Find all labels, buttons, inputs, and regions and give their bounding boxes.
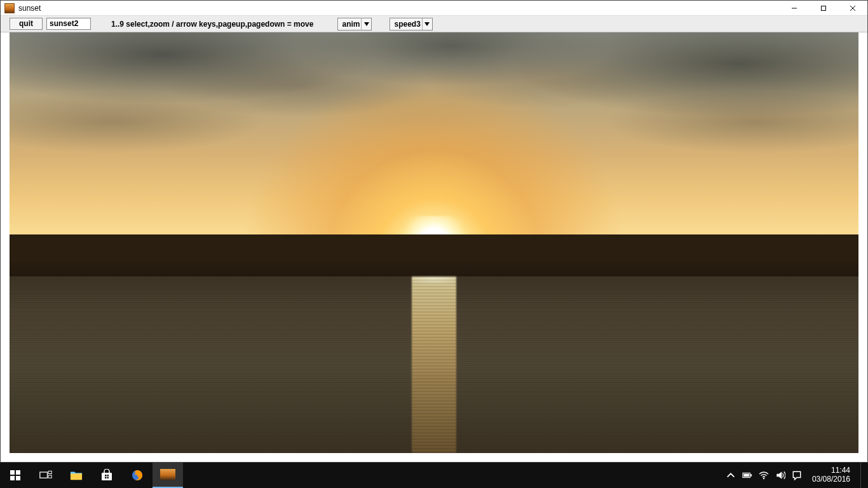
svg-rect-13 xyxy=(71,473,82,480)
clock-time: 11:44 xyxy=(812,466,850,475)
svg-marker-4 xyxy=(364,22,369,26)
wifi-icon xyxy=(759,470,769,480)
volume-icon xyxy=(775,470,785,480)
svg-rect-22 xyxy=(743,474,749,477)
chevron-down-icon xyxy=(422,18,432,30)
store-icon xyxy=(100,469,113,482)
scene-sun-reflection xyxy=(412,276,456,453)
task-view-icon xyxy=(39,469,52,482)
quit-button[interactable]: quit xyxy=(10,18,43,30)
svg-rect-1 xyxy=(822,6,826,11)
file-explorer-button[interactable] xyxy=(61,463,92,488)
svg-rect-8 xyxy=(10,476,15,480)
svg-rect-15 xyxy=(105,475,107,477)
svg-rect-10 xyxy=(40,472,48,478)
window-controls xyxy=(780,1,867,15)
anim-select-value: anim xyxy=(342,20,361,29)
start-button[interactable] xyxy=(0,463,31,488)
svg-rect-12 xyxy=(48,475,51,478)
sunset-app-icon xyxy=(160,469,175,480)
system-tray[interactable] xyxy=(726,470,802,480)
svg-rect-11 xyxy=(48,471,51,473)
firefox-icon xyxy=(131,469,144,482)
svg-rect-7 xyxy=(16,470,20,475)
image-name-input[interactable] xyxy=(46,18,91,30)
action-center-icon xyxy=(792,470,802,480)
folder-icon xyxy=(70,469,83,482)
svg-rect-21 xyxy=(750,474,752,477)
titlebar: sunset xyxy=(1,1,867,16)
close-icon xyxy=(850,5,856,11)
svg-rect-16 xyxy=(107,475,109,477)
speed-select-value: speed3 xyxy=(394,20,421,29)
tray-overflow-icon xyxy=(726,470,736,480)
close-button[interactable] xyxy=(838,1,867,16)
svg-rect-9 xyxy=(16,476,20,480)
app-window: sunset quit 1..9 select,zoom / arrow key… xyxy=(0,0,868,463)
chevron-down-icon xyxy=(361,18,371,30)
store-button[interactable] xyxy=(92,463,122,488)
clock-date: 03/08/2016 xyxy=(812,475,850,484)
maximize-icon xyxy=(820,5,827,11)
svg-marker-5 xyxy=(424,22,430,26)
taskbar-clock[interactable]: 11:44 03/08/2016 xyxy=(808,466,854,484)
svg-rect-6 xyxy=(10,470,15,475)
minimize-icon xyxy=(791,5,797,11)
windows-icon xyxy=(9,469,22,482)
svg-rect-14 xyxy=(102,473,112,480)
help-text: 1..9 select,zoom / arrow keys,pageup,pag… xyxy=(111,20,313,29)
show-desktop-button[interactable] xyxy=(860,463,864,488)
battery-icon xyxy=(742,470,752,480)
taskbar: 11:44 03/08/2016 xyxy=(0,463,868,488)
svg-rect-17 xyxy=(105,477,107,479)
toolbar: quit 1..9 select,zoom / arrow keys,pageu… xyxy=(1,16,867,32)
minimize-button[interactable] xyxy=(780,1,809,16)
image-viewer[interactable] xyxy=(10,32,858,453)
speed-select[interactable]: speed3 xyxy=(390,18,432,30)
app-icon xyxy=(4,3,15,13)
svg-point-23 xyxy=(763,478,764,479)
anim-select[interactable]: anim xyxy=(337,18,372,30)
window-title: sunset xyxy=(18,4,41,13)
maximize-button[interactable] xyxy=(809,1,838,16)
task-view-button[interactable] xyxy=(31,463,61,488)
current-app-taskbar-button[interactable] xyxy=(153,463,183,488)
svg-rect-18 xyxy=(107,477,109,479)
firefox-button[interactable] xyxy=(122,463,153,488)
